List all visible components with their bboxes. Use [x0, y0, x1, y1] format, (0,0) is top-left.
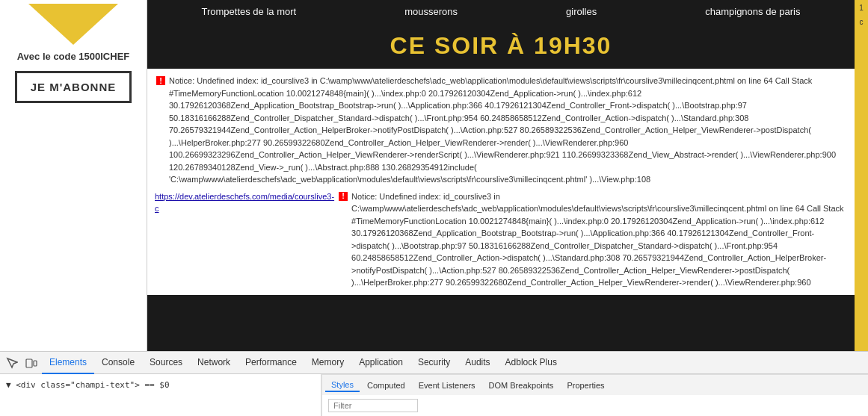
tab-performance[interactable]: Performance: [238, 352, 304, 374]
dom-tree-text: ▼ <div class="champi-text"> == $0: [6, 380, 170, 390]
error-content: ! Notice: Undefined index: id_courslive3…: [147, 69, 855, 295]
right-bar-text2: c: [860, 18, 864, 26]
rpanel-properties[interactable]: Properties: [561, 379, 610, 391]
dom-tree-line: ▼ <div class="champi-text"> == $0: [0, 374, 321, 395]
error-text-1: Notice: Undefined index: id_courslive3 i…: [169, 75, 847, 186]
error-line-2: https://dev.atelierdeschefs.com/media/co…: [155, 190, 847, 289]
tab-memory[interactable]: Memory: [304, 352, 351, 374]
nav-item-girolles[interactable]: girolles: [566, 6, 597, 17]
tab-network[interactable]: Network: [190, 352, 238, 374]
tab-sources[interactable]: Sources: [142, 352, 190, 374]
devtools-panel: Elements Console Sources Network Perform…: [0, 351, 868, 416]
inspect-icon-button[interactable]: [3, 356, 21, 370]
tab-security[interactable]: Security: [410, 352, 458, 374]
tab-adblock[interactable]: Adblock Plus: [498, 352, 564, 374]
rpanel-event-listeners[interactable]: Event Listeners: [413, 379, 481, 391]
tab-elements[interactable]: Elements: [42, 352, 94, 374]
website-area: Avec le code 1500ICHEF JE M'ABONNE Tromp…: [0, 0, 868, 351]
left-sidebar: Avec le code 1500ICHEF JE M'ABONNE: [0, 0, 147, 351]
error-line-1: ! Notice: Undefined index: id_courslive3…: [155, 75, 847, 186]
hero-banner: CE SOIR À 19H30: [147, 23, 855, 69]
rpanel-styles[interactable]: Styles: [325, 379, 360, 392]
svg-rect-0: [26, 359, 32, 367]
subscribe-button[interactable]: JE M'ABONNE: [15, 71, 132, 103]
right-bar-text: 1: [859, 4, 864, 12]
svg-rect-1: [34, 361, 37, 366]
rpanel-dom-breakpoints[interactable]: DOM Breakpoints: [483, 379, 560, 391]
dom-panel: ▼ <div class="champi-text"> == $0: [0, 374, 321, 416]
error-icon-1: !: [155, 75, 167, 87]
device-toggle-button[interactable]: [22, 356, 40, 370]
filter-area: [321, 395, 868, 416]
error-text-2: Notice: Undefined index: id_courslive3 i…: [351, 190, 847, 289]
nav-item-champignons[interactable]: champignons de paris: [705, 6, 800, 17]
right-panel-tabs: Styles Computed Event Listeners DOM Brea…: [321, 374, 868, 395]
filter-input[interactable]: [328, 399, 418, 412]
tab-application[interactable]: Application: [351, 352, 410, 374]
right-yellow-bar: 1 c: [855, 0, 868, 351]
nav-item-trompettes[interactable]: Trompettes de la mort: [202, 6, 297, 17]
error-link-2[interactable]: https://dev.atelierdeschefs.com/media/co…: [155, 190, 334, 215]
code-label: Avec le code 1500ICHEF: [17, 51, 130, 62]
rpanel-computed[interactable]: Computed: [361, 379, 411, 391]
nav-bar: Trompettes de la mort mousserons girolle…: [147, 0, 855, 23]
error-icon-2: !: [337, 190, 349, 202]
triangle-icon: [28, 4, 118, 45]
devtools-main: ▼ <div class="champi-text"> == $0 Styles…: [0, 374, 868, 416]
tab-console[interactable]: Console: [94, 352, 142, 374]
devtools-tab-bar: Elements Console Sources Network Perform…: [0, 352, 868, 374]
main-content: Trompettes de la mort mousserons girolle…: [147, 0, 855, 351]
nav-item-mousserons[interactable]: mousserons: [404, 6, 458, 17]
tab-audits[interactable]: Audits: [458, 352, 497, 374]
hero-title: CE SOIR À 19H30: [156, 32, 846, 60]
styles-panel: Styles Computed Event Listeners DOM Brea…: [321, 374, 868, 416]
